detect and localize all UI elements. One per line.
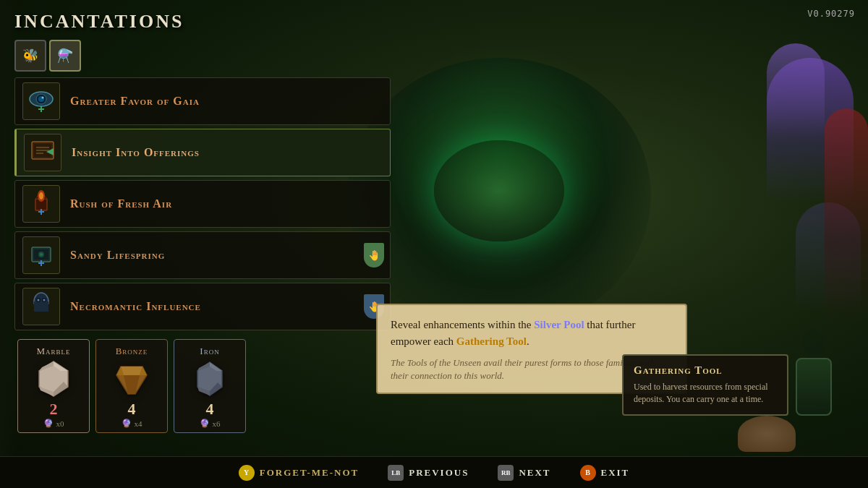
- resource-name-iron: Iron: [200, 346, 219, 357]
- description-main: Reveal enhancements within the Silver Po…: [391, 317, 673, 349]
- spell-name-insight: Insight Into Offerings: [72, 146, 200, 159]
- tab-row: 🐝 ⚗️: [14, 40, 391, 72]
- spell-name-rush: Rush of Fresh Air: [70, 197, 172, 210]
- forget-me-not-button[interactable]: Y FORGET-ME-NOT: [239, 465, 359, 481]
- b-button-icon: B: [580, 465, 596, 481]
- resource-name-marble: Marble: [36, 346, 70, 357]
- tab-bee[interactable]: 🐝: [14, 40, 46, 72]
- spell-item-necromantic[interactable]: Necromantic Influence 🤚: [14, 283, 391, 330]
- resource-tier-bronze: 4: [128, 400, 136, 419]
- desc-text-before: Reveal enhancements within the: [391, 319, 534, 330]
- resource-icon-marble: [32, 357, 75, 400]
- forget-me-not-label: FORGET-ME-NOT: [260, 467, 359, 479]
- tooltip-desc: Used to harvest resources from special d…: [634, 381, 777, 406]
- exit-label: EXIT: [601, 467, 630, 479]
- resource-count-bronze: 🔮 x4: [122, 419, 142, 428]
- desc-gathering-tool: Gathering Tool: [456, 335, 527, 347]
- version-label: V0.90279: [807, 9, 855, 19]
- bottom-bar: Y FORGET-ME-NOT LB PREVIOUS RB NEXT B EX…: [0, 456, 868, 488]
- spell-icon-greater-favor: [22, 82, 60, 120]
- spell-name-greater-favor: Greater Favor of Gaia: [70, 95, 200, 108]
- panel-title: INCANTATIONS: [14, 11, 391, 33]
- next-label: NEXT: [519, 467, 550, 479]
- resource-name-bronze: Bronze: [116, 346, 148, 357]
- svg-point-15: [39, 192, 43, 200]
- previous-label: PREVIOUS: [409, 467, 469, 479]
- svg-marker-36: [121, 367, 142, 375]
- desc-silver-pool: Silver Pool: [534, 319, 584, 330]
- spell-item-rush[interactable]: Rush of Fresh Air: [14, 180, 391, 228]
- resource-card-marble[interactable]: Marble 2 🔮 x0: [17, 339, 90, 433]
- resource-card-bronze[interactable]: Bronze 4 🔮 x4: [95, 339, 168, 433]
- rb-button-icon: RB: [498, 465, 514, 481]
- next-button[interactable]: RB NEXT: [498, 465, 550, 481]
- svg-point-27: [38, 299, 40, 301]
- resource-icon-bronze: [110, 357, 153, 400]
- lb-button-icon: LB: [388, 465, 404, 481]
- svg-point-21: [40, 253, 43, 256]
- previous-button[interactable]: LB PREVIOUS: [388, 465, 469, 481]
- spell-badge-sandy: 🤚: [364, 243, 384, 267]
- spell-name-necromantic: Necromantic Influence: [70, 300, 201, 313]
- svg-rect-25: [34, 301, 48, 312]
- resource-tier-marble: 2: [50, 400, 58, 419]
- spell-item-insight[interactable]: Insight Into Offerings: [14, 129, 391, 176]
- y-button-icon: Y: [239, 465, 255, 481]
- resource-card-iron[interactable]: Iron 4 🔮 x6: [174, 339, 246, 433]
- cauldron-decoration: [347, 58, 651, 333]
- spell-icon-sandy: [22, 236, 60, 274]
- spell-item-greater-favor[interactable]: Greater Favor of Gaia: [14, 77, 391, 125]
- resource-row: Marble 2 🔮 x0 Bronze: [14, 339, 391, 433]
- spell-list: Greater Favor of Gaia Insight Into Off: [14, 77, 391, 330]
- spell-item-sandy[interactable]: Sandy Lifespring 🤚: [14, 231, 391, 279]
- desc-text-end: .: [527, 335, 529, 347]
- tooltip-title: Gathering Tool: [634, 364, 777, 377]
- svg-point-3: [42, 97, 44, 99]
- resource-tier-iron: 4: [206, 400, 214, 419]
- spell-icon-necromantic: [22, 288, 60, 325]
- resource-count-marble: 🔮 x0: [43, 419, 64, 428]
- resource-icon-iron: [188, 357, 231, 400]
- spell-icon-insight: [24, 134, 61, 171]
- exit-button[interactable]: B EXIT: [580, 465, 630, 481]
- left-panel: INCANTATIONS 🐝 ⚗️: [14, 11, 391, 433]
- resource-count-iron: 🔮 x6: [200, 419, 221, 428]
- spell-name-sandy: Sandy Lifespring: [70, 249, 165, 262]
- tooltip-gathering-tool: Gathering Tool Used to harvest resources…: [622, 354, 788, 416]
- tab-potion[interactable]: ⚗️: [49, 40, 81, 72]
- spell-icon-rush: [22, 185, 60, 223]
- svg-point-29: [43, 299, 46, 301]
